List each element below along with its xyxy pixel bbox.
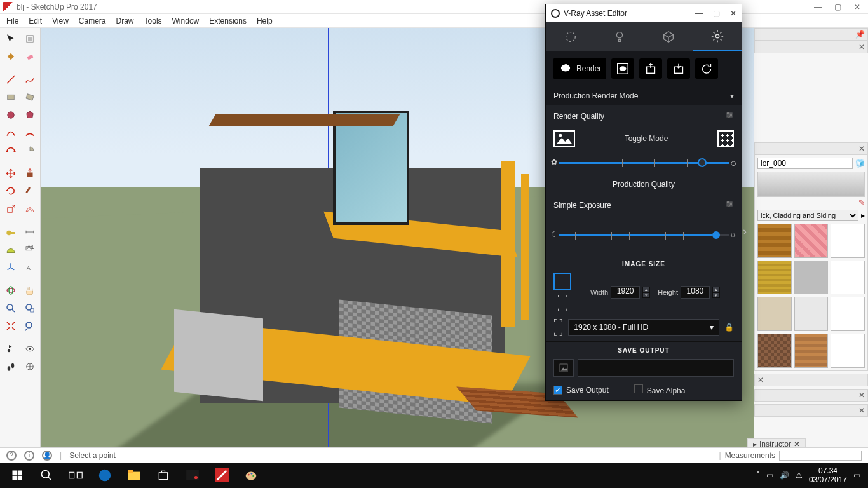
pan-tool[interactable] [22,282,38,299]
material-thumb[interactable] [757,334,792,368]
resolution-preset-dropdown[interactable]: 1920 x 1080 - Full HD ▾ [568,319,719,336]
make-component-tool[interactable] [22,30,38,47]
rotate-tool[interactable] [3,183,19,200]
width-input[interactable]: 1920 [611,286,640,299]
start-button[interactable] [3,463,32,488]
paint-bucket-tool[interactable] [3,48,19,65]
previous-view-tool[interactable] [22,318,38,334]
push-pull-tool[interactable] [22,165,38,182]
material-thumb[interactable] [831,224,865,258]
close-button[interactable]: ✕ [854,3,860,11]
material-name-input[interactable] [757,158,853,169]
create-material-icon[interactable]: 🧊 [855,159,865,168]
panel-close-2[interactable]: ✕ [754,142,868,155]
menu-help[interactable]: Help [257,17,273,25]
interactive-render-button[interactable] [611,58,634,79]
measurements-input[interactable] [779,451,862,461]
recording-taskbar-icon[interactable] [178,463,207,488]
advanced-settings-icon[interactable] [725,200,734,210]
close-icon[interactable]: ✕ [858,406,865,415]
info-icon[interactable]: i [24,451,34,461]
dimension-tool[interactable] [22,224,38,240]
tray-chevron-up-icon[interactable]: ˄ [756,471,760,480]
protractor-tool[interactable] [3,241,19,258]
save-output-checkbox[interactable]: ✓Save Output [553,386,609,395]
vray-tab-settings[interactable] [693,22,742,51]
circle-tool[interactable] [3,107,19,123]
section-plane-tool[interactable] [22,358,38,375]
menu-file[interactable]: File [6,17,18,25]
reset-button[interactable] [695,58,718,79]
orbit-tool[interactable] [3,282,19,299]
width-spin-down[interactable]: ▾ [642,292,650,298]
vray-close-button[interactable]: ✕ [730,9,736,18]
panel-close-5[interactable]: ✕ [754,404,868,417]
export-button[interactable] [639,58,662,79]
file-explorer-taskbar-icon[interactable] [119,463,149,488]
pie-tool[interactable] [22,142,38,159]
safe-frame-icon-2[interactable]: ⌜ ⌝⌞ ⌟ [553,318,563,336]
scale-tool[interactable] [3,201,19,217]
browse-output-button[interactable] [553,359,574,377]
panel-close-4[interactable]: ✕ [754,389,868,402]
polygon-tool[interactable] [22,107,38,123]
advanced-settings-icon[interactable] [725,111,734,121]
close-icon[interactable]: ✕ [858,43,865,51]
close-icon[interactable]: ✕ [858,144,865,153]
eyedropper-icon[interactable]: ✎ [858,198,865,207]
menu-extensions[interactable]: Extensions [209,17,247,25]
offset-tool[interactable] [22,201,38,217]
panel-close-3[interactable]: ✕ [754,374,868,386]
help-icon[interactable]: ? [6,451,17,461]
task-view-button[interactable] [61,463,90,488]
edge-taskbar-icon[interactable] [90,463,119,488]
three-point-arc-tool[interactable] [3,142,19,159]
panel-close-1[interactable]: ✕ [754,41,868,53]
vray-tab-geometry[interactable] [644,22,693,51]
walk-tool[interactable] [3,358,19,375]
sketchup-taskbar-icon[interactable] [207,463,236,488]
close-icon[interactable]: ✕ [858,391,865,400]
zoom-extents-tool[interactable] [3,318,19,334]
width-spin-up[interactable]: ▴ [642,287,650,292]
exposure-slider[interactable]: ☾ ☼ [553,228,734,250]
material-thumb[interactable] [831,334,865,368]
menu-view[interactable]: View [52,17,69,25]
aspect-ratio-icon[interactable] [553,273,571,290]
arc-tool[interactable] [3,125,19,141]
safe-frame-icon[interactable]: ⌜ ⌝⌞ ⌟ [557,294,567,312]
pin-icon[interactable]: 📌 [855,30,865,39]
line-tool[interactable] [3,71,19,88]
menu-edit[interactable]: Edit [29,17,42,25]
material-thumb[interactable] [757,297,792,331]
height-spin-up[interactable]: ▴ [712,287,720,292]
save-alpha-checkbox[interactable]: Save Alpha [634,384,686,395]
freehand-tool[interactable] [22,71,38,88]
maximize-button[interactable]: ▢ [834,3,841,11]
vray-tab-lights[interactable] [595,22,644,51]
material-thumb[interactable] [794,334,829,368]
menu-tools[interactable]: Tools [144,17,162,25]
close-icon[interactable]: ✕ [757,376,764,384]
vray-titlebar[interactable]: V-Ray Asset Editor — ▢ ✕ [546,4,742,22]
import-button[interactable] [667,58,690,79]
battery-icon[interactable]: ▭ [766,471,773,480]
zoom-tool[interactable] [3,300,19,316]
taskbar-clock[interactable]: 07.34 03/07/2017 [809,466,847,485]
lock-aspect-icon[interactable]: 🔒 [724,323,734,332]
exposure-slider-knob[interactable] [712,231,720,239]
text-tool[interactable]: A1 [22,241,38,258]
vray-maximize-button[interactable]: ▢ [713,9,720,18]
material-thumb[interactable] [794,224,829,258]
position-camera-tool[interactable] [3,341,19,357]
category-menu-icon[interactable]: ▸ [861,211,865,220]
vray-minimize-button[interactable]: — [695,9,703,18]
menu-window[interactable]: Window [172,17,200,25]
user-icon[interactable]: 👤 [42,451,52,461]
material-thumb[interactable] [831,297,865,331]
two-point-arc-tool[interactable] [22,125,38,141]
zoom-window-tool[interactable] [22,300,38,316]
quality-slider-knob[interactable] [698,158,707,167]
render-mode-dropdown[interactable]: Production Render Mode ▾ [546,86,742,105]
material-thumb[interactable] [831,261,865,295]
